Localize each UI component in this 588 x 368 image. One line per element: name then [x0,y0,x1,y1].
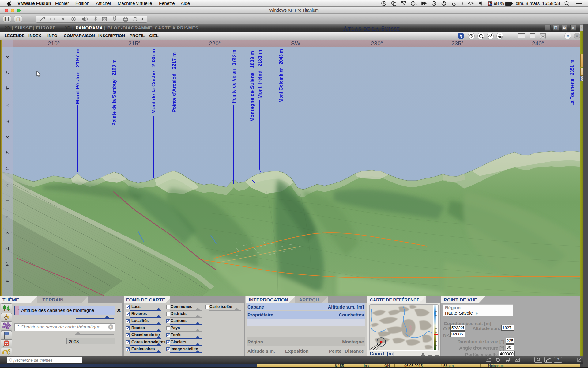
svg-text:Pointe de Vélan 1783 m: Pointe de Vélan 1783 m [231,50,236,103]
svg-text:Pointe de la Sambuy 2198 m: Pointe de la Sambuy 2198 m [111,59,117,126]
svg-text:La Tournette 2351 m: La Tournette 2351 m [570,60,575,106]
svg-text:Mont Colombier 2043 m: Mont Colombier 2043 m [278,49,284,102]
svg-text:Mont Pécloz 2197 m: Mont Pécloz 2197 m [75,48,80,104]
svg-text:Montagne de Sulens 1839 m: Montagne de Sulens 1839 m [250,51,255,122]
svg-text:Pointe d'Arcalod 2217 m: Pointe d'Arcalod 2217 m [172,52,177,113]
svg-text:Mont de la Coche 2035 m: Mont de la Coche 2035 m [151,49,156,114]
svg-text:Mont Trélod 2181 m: Mont Trélod 2181 m [257,50,262,98]
